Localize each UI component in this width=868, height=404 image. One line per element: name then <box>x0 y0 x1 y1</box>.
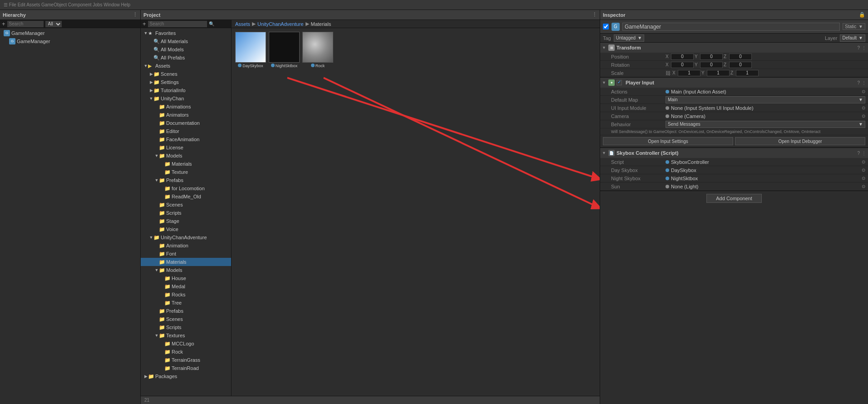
player-input-help-icon[interactable]: ? <box>857 80 860 85</box>
player-input-enabled-checkbox[interactable] <box>616 80 622 85</box>
project-tree-unitychanadventure[interactable]: ▼ 📁 UnityChanAdventure <box>141 233 231 241</box>
scale-x-input[interactable] <box>678 70 700 76</box>
hierarchy-item-gamemanager2[interactable]: G GameManager <box>0 37 140 45</box>
actions-select-icon[interactable]: ⊙ <box>862 89 865 94</box>
day-skybox-select-icon[interactable]: ⊙ <box>862 168 865 172</box>
project-tree-unitychan[interactable]: ▼ 📁 UnityChan <box>141 94 231 103</box>
rotation-x-input[interactable] <box>671 62 694 68</box>
active-checkbox[interactable] <box>603 24 609 30</box>
project-tree-all-prefabs[interactable]: 🔍 All Prefabs <box>141 54 231 62</box>
tutorialinfo-icon: 📁 <box>153 88 160 93</box>
project-tree-rocks[interactable]: 📁 Rocks <box>141 291 231 299</box>
project-tree-house[interactable]: 📁 House <box>141 274 231 282</box>
project-tree-scripts1[interactable]: 📁 Scripts <box>141 209 231 217</box>
position-x-input[interactable] <box>671 54 694 60</box>
project-tree-mcclogo[interactable]: 📁 MCCLogo <box>141 340 231 348</box>
transform-header[interactable]: ▼ ⊞ Transform ? ⋮ <box>600 43 868 53</box>
asset-item-rock[interactable]: Rock <box>302 32 333 68</box>
project-tree-documentation[interactable]: 📁 Documentation <box>141 119 231 127</box>
ui-input-select-icon[interactable]: ⊙ <box>862 105 865 110</box>
project-tree-faceanimation[interactable]: 📁 FaceAnimation <box>141 135 231 143</box>
project-tree-editor[interactable]: 📁 Editor <box>141 127 231 135</box>
hierarchy-filter-dropdown[interactable]: All <box>45 21 62 27</box>
default-map-dropdown[interactable]: Main ▼ <box>666 96 865 103</box>
skybox-help-icon[interactable]: ? <box>857 151 860 156</box>
breadcrumb-assets[interactable]: Assets <box>235 21 250 27</box>
transform-kebab-icon[interactable]: ⋮ <box>862 45 866 50</box>
project-tree-scenes2[interactable]: 📁 Scenes <box>141 201 231 209</box>
project-tree-materials-selected[interactable]: 📁 Materials <box>141 258 231 266</box>
project-kebab-icon[interactable]: ⋮ <box>592 12 597 18</box>
rotation-y-input[interactable] <box>700 62 723 68</box>
script-label: Script <box>611 159 666 165</box>
object-name-input[interactable] <box>622 23 840 31</box>
project-tree-animators[interactable]: 📁 Animators <box>141 111 231 119</box>
behavior-dropdown[interactable]: Send Messages ▼ <box>666 121 865 128</box>
project-tree-font[interactable]: 📁 Font <box>141 250 231 258</box>
project-tree-packages[interactable]: ▶ 📁 Packages <box>141 372 231 380</box>
asset-thumb-day <box>235 32 266 63</box>
behavior-row: Behavior Send Messages ▼ <box>600 120 868 128</box>
position-y-input[interactable] <box>700 54 723 60</box>
project-tree-animations[interactable]: 📁 Animations <box>141 103 231 111</box>
plus-icon[interactable]: + <box>2 20 5 27</box>
project-tree-materials1[interactable]: 📁 Materials <box>141 160 231 168</box>
project-tree-terrainroad[interactable]: 📁 TerrainRoad <box>141 364 231 372</box>
project-tree-license[interactable]: 📁 License <box>141 143 231 152</box>
project-tree-scenes3[interactable]: 📁 Scenes <box>141 315 231 323</box>
kebab-icon[interactable]: ⋮ <box>133 12 138 18</box>
hierarchy-item-gamemanager1[interactable]: G GameManager <box>0 29 140 37</box>
rotation-value: X Y Z <box>666 62 865 68</box>
breadcrumb-materials[interactable]: Materials <box>311 21 331 27</box>
project-tree-readme-old[interactable]: 📁 ReadMe_Old <box>141 192 231 201</box>
project-tree-animation2[interactable]: 📁 Animation <box>141 241 231 250</box>
position-z-input[interactable] <box>729 54 752 60</box>
project-tree-terraingrass[interactable]: 📁 TerrainGrass <box>141 356 231 364</box>
lock-icon[interactable]: 🔒 <box>859 12 865 18</box>
project-tree-voice[interactable]: 📁 Voice <box>141 225 231 233</box>
project-tree-tree[interactable]: 📁 Tree <box>141 299 231 307</box>
project-tree-for-locomotion[interactable]: 📁 for Locomotion <box>141 184 231 192</box>
plus-icon2[interactable]: + <box>143 20 146 27</box>
breadcrumb-unitychanadventure[interactable]: UnityChanAdventure <box>257 21 304 27</box>
script-select-icon[interactable]: ⊙ <box>862 159 865 164</box>
add-component-button[interactable]: Add Component <box>706 194 762 203</box>
skybox-controller-header[interactable]: ▼ 📄 Skybox Controller (Script) ? ⋮ <box>600 148 868 158</box>
project-tree-scenes1[interactable]: ▶ 📁 Scenes <box>141 70 231 78</box>
project-tree-settings[interactable]: ▶ 📁 Settings <box>141 78 231 86</box>
asset-item-day[interactable]: DaySkybox <box>235 32 266 68</box>
project-tree-scripts2[interactable]: 📁 Scripts <box>141 323 231 331</box>
scale-z-input[interactable] <box>736 70 759 76</box>
project-tree-prefabs1[interactable]: ▼ 📁 Prefabs <box>141 176 231 184</box>
sun-select-icon[interactable]: ⊙ <box>862 184 865 189</box>
project-search-input[interactable] <box>148 21 207 27</box>
tag-dropdown[interactable]: Untagged ▼ <box>614 34 644 42</box>
license-label: License <box>166 145 183 150</box>
player-input-kebab-icon[interactable]: ⋮ <box>862 80 866 85</box>
project-tree-prefabs2[interactable]: 📁 Prefabs <box>141 307 231 315</box>
project-tree-models1[interactable]: ▼ 📁 Models <box>141 152 231 160</box>
skybox-kebab-icon[interactable]: ⋮ <box>862 151 866 156</box>
night-skybox-select-icon[interactable]: ⊙ <box>862 176 865 181</box>
project-tree-all-models[interactable]: 🔍 All Models <box>141 45 231 54</box>
rotation-z-input[interactable] <box>729 62 752 68</box>
project-tree-models2[interactable]: ▼ 📁 Models <box>141 266 231 274</box>
transform-help-icon[interactable]: ? <box>857 45 860 50</box>
project-tree-all-materials[interactable]: 🔍 All Materials <box>141 37 231 45</box>
hierarchy-search-input[interactable] <box>7 21 44 27</box>
project-tree-stage[interactable]: 📁 Stage <box>141 217 231 225</box>
asset-item-night[interactable]: NightSktbox <box>269 32 300 68</box>
project-tree-assets[interactable]: ▼ ▶ Assets <box>141 62 231 70</box>
scale-y-input[interactable] <box>707 70 730 76</box>
open-input-settings-button[interactable]: Open Input Settings <box>603 137 733 145</box>
project-tree-textures[interactable]: ▼ 📁 Textures <box>141 331 231 340</box>
project-tree-favorites[interactable]: ▼ ★ Favorites <box>141 29 231 37</box>
project-tree-tutorialinfo[interactable]: ▶ 📁 TutorialInfo <box>141 86 231 94</box>
project-tree-texture1[interactable]: 📁 Texture <box>141 168 231 176</box>
open-input-debugger-button[interactable]: Open Input Debugger <box>735 137 865 145</box>
player-input-header[interactable]: ▼ ✦ Player Input ? ⋮ <box>600 78 868 88</box>
layer-dropdown[interactable]: Default ▼ <box>840 34 865 42</box>
project-tree-medal[interactable]: 📁 Medal <box>141 282 231 291</box>
project-tree-rock2[interactable]: 📁 Rock <box>141 348 231 356</box>
camera-select-icon[interactable]: ⊙ <box>862 113 865 118</box>
